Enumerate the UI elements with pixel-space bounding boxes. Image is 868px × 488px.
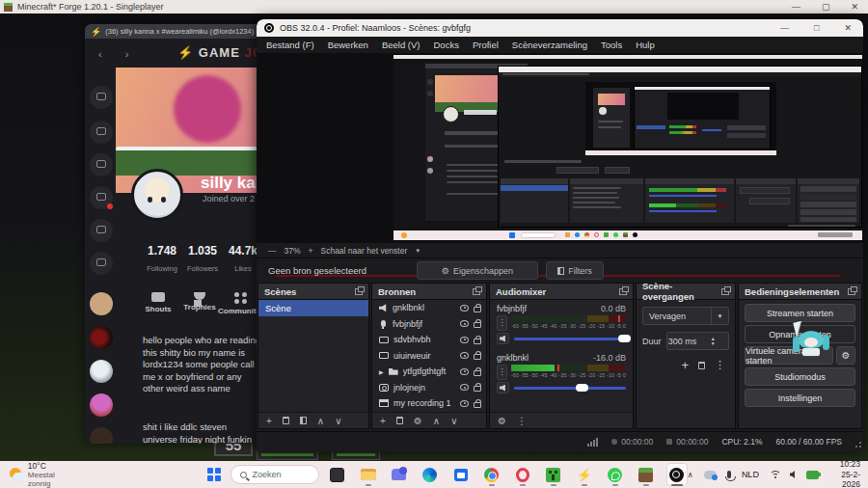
source-properties-gear[interactable]: ⚙ <box>414 416 422 426</box>
close-button[interactable]: ✕ <box>844 23 852 33</box>
sidebar-item-quests[interactable] <box>90 186 113 209</box>
chevron-down-icon[interactable]: ▼ <box>711 308 728 324</box>
stat-following[interactable]: 1.748Following <box>141 244 183 275</box>
taskbar-app-edge[interactable] <box>420 463 441 486</box>
chevron-down-icon[interactable]: ▼ <box>415 248 420 254</box>
transition-kebab-button[interactable]: ⋮ <box>715 359 725 371</box>
volume-slider-handle[interactable] <box>618 335 631 342</box>
mixer-kebab-button[interactable]: ⋮ <box>517 416 527 426</box>
dock-popout-icon[interactable] <box>619 288 627 295</box>
expand-caret-icon[interactable]: ▶ <box>379 368 384 375</box>
lock-icon[interactable] <box>474 370 481 376</box>
studio-mode-button[interactable]: Studiomodus <box>745 367 855 386</box>
lock-icon[interactable] <box>474 354 481 360</box>
menu-docks[interactable]: Docks <box>434 40 459 50</box>
avatar[interactable] <box>90 292 113 315</box>
mixer-menu-button[interactable]: ⋮ <box>497 315 507 331</box>
tab-shouts[interactable]: Shouts <box>135 292 181 313</box>
taskbar-app-chrome[interactable] <box>481 463 502 486</box>
source-row[interactable]: gnklbnkl <box>372 300 486 316</box>
taskbar-app-minecraft[interactable] <box>636 463 657 486</box>
volume-slider[interactable] <box>514 338 626 340</box>
visibility-eye-icon[interactable] <box>460 384 469 391</box>
start-streaming-button[interactable]: Streamen starten <box>745 304 855 322</box>
source-row[interactable]: jnlojnejn <box>372 380 486 396</box>
taskbar-app-people[interactable] <box>389 463 410 486</box>
clock[interactable]: 10:23 25-2-2026 <box>829 459 860 488</box>
volume-icon[interactable] <box>790 471 797 478</box>
lock-icon[interactable] <box>474 402 481 408</box>
volume-slider[interactable] <box>514 387 626 390</box>
add-transition-button[interactable]: + <box>681 358 689 372</box>
audio-mixer-header[interactable]: Audiomixer <box>490 284 633 300</box>
move-source-up-button[interactable]: ∧ <box>433 416 440 426</box>
obs-titlebar[interactable]: OBS 32.0.4 - Profiel: Naamloos - Scènes:… <box>257 19 863 37</box>
tab-trophies[interactable]: Trophies <box>176 292 223 312</box>
mixer-menu-button[interactable]: ⋮ <box>497 365 507 380</box>
source-row[interactable]: uiuirweuir <box>372 348 486 365</box>
source-row[interactable]: fvbjnbfjf <box>372 316 486 333</box>
back-arrow[interactable]: ‹ <box>98 48 102 60</box>
avatar[interactable] <box>90 326 113 349</box>
filters-button[interactable]: Filters <box>546 261 604 280</box>
controls-header[interactable]: Bedieningselementen <box>739 284 861 300</box>
mute-button[interactable] <box>497 333 509 344</box>
visibility-eye-icon[interactable] <box>460 352 469 359</box>
lock-icon[interactable] <box>474 339 481 344</box>
dock-popout-icon[interactable] <box>355 288 363 295</box>
menu-tools[interactable]: Tools <box>601 40 622 50</box>
tray-chevron-icon[interactable]: ∧ <box>688 471 693 479</box>
mic-tray-icon[interactable] <box>727 471 731 478</box>
taskbar-app-taskview[interactable] <box>327 463 348 486</box>
maximize-button[interactable]: ▢ <box>822 2 830 12</box>
maximize-button[interactable]: □ <box>814 23 819 33</box>
search-input[interactable]: Zoeken <box>231 465 319 484</box>
sidebar-item-library[interactable] <box>90 153 113 176</box>
lock-icon[interactable] <box>474 307 481 312</box>
taskbar-app-whatsapp[interactable] <box>605 463 626 486</box>
transitions-header[interactable]: Scène-overgangen <box>637 284 735 300</box>
sidebar-item-communities[interactable] <box>90 252 113 275</box>
move-scene-down-button[interactable]: ∨ <box>335 416 341 426</box>
source-row-group[interactable]: ▶ ytfgtfgthtgft <box>372 364 486 380</box>
close-button[interactable]: ✕ <box>851 2 858 12</box>
mute-button[interactable] <box>497 382 509 393</box>
scenes-panel-header[interactable]: Scènes <box>258 284 368 300</box>
weather-widget[interactable]: 10°C Meestal zonnig <box>10 461 65 488</box>
start-button[interactable] <box>207 468 221 481</box>
add-source-button[interactable]: + <box>380 416 386 426</box>
taskbar-app-store[interactable] <box>450 463 472 486</box>
remove-scene-button[interactable] <box>283 417 289 424</box>
avatar[interactable] <box>90 360 113 383</box>
avatar[interactable] <box>90 427 113 444</box>
battery-icon[interactable] <box>806 471 819 479</box>
wifi-icon[interactable] <box>770 471 779 479</box>
add-scene-button[interactable]: + <box>266 416 272 426</box>
menu-bestand[interactable]: Bestand (F) <box>266 40 314 50</box>
resize-grip[interactable] <box>854 442 861 449</box>
zoom-out-button[interactable]: — <box>268 246 277 256</box>
visibility-eye-icon[interactable] <box>460 320 469 327</box>
remove-source-button[interactable] <box>396 417 403 424</box>
sidebar-item-store[interactable] <box>90 121 113 144</box>
scene-filters-button[interactable] <box>300 417 307 424</box>
transition-select[interactable]: Vervagen ▼ <box>642 307 729 325</box>
source-row[interactable]: my recording 1 <box>372 395 486 412</box>
scale-mode-label[interactable]: Schaal naar het venster <box>320 246 407 256</box>
language-indicator[interactable]: NLD <box>742 470 759 479</box>
virtual-camera-gear-button[interactable]: ⚙ <box>836 346 855 365</box>
remove-transition-button[interactable] <box>698 362 705 369</box>
menu-profiel[interactable]: Profiel <box>473 40 499 50</box>
visibility-eye-icon[interactable] <box>460 305 469 312</box>
visibility-eye-icon[interactable] <box>460 368 469 375</box>
volume-slider-handle[interactable] <box>576 384 588 392</box>
lock-icon[interactable] <box>474 386 481 392</box>
minimize-button[interactable]: — <box>780 23 789 33</box>
visibility-eye-icon[interactable] <box>460 400 469 407</box>
minimize-button[interactable]: — <box>792 2 800 12</box>
sidebar-item-chat[interactable] <box>90 219 113 242</box>
dock-popout-icon[interactable] <box>848 288 855 295</box>
sources-panel-header[interactable]: Bronnen <box>372 284 486 300</box>
mixer-gear-button[interactable]: ⚙ <box>498 416 506 426</box>
taskbar-app-opera[interactable] <box>512 463 533 486</box>
